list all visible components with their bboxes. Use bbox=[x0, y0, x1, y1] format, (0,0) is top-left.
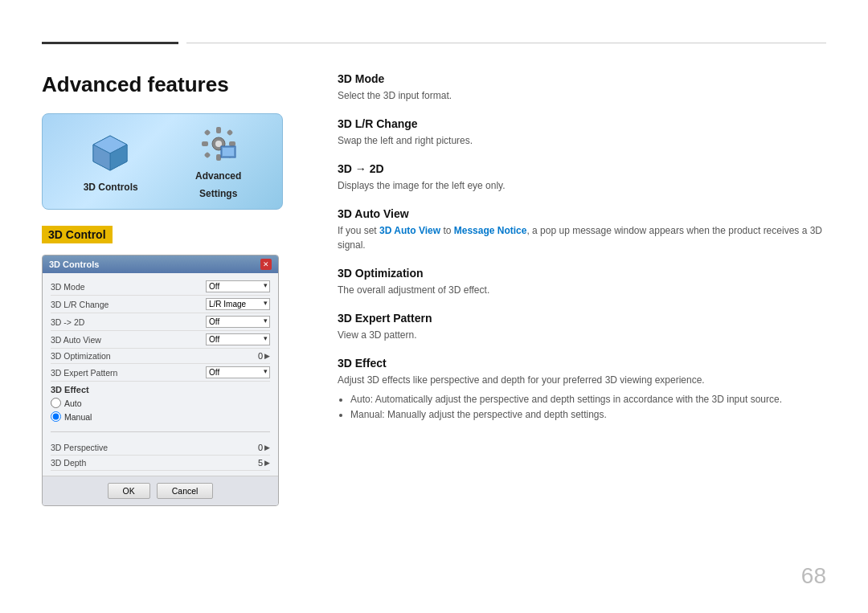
value-3d-expert: Off bbox=[206, 366, 270, 378]
dialog-ok-button[interactable]: OK bbox=[108, 483, 150, 499]
dialog-footer: OK Cancel bbox=[43, 476, 278, 505]
optimization-arrow[interactable]: ▶ bbox=[264, 352, 270, 360]
dialog-row-3d-mode: 3D Mode Off bbox=[51, 278, 270, 296]
radio-manual[interactable] bbox=[51, 411, 61, 422]
icon-label-advanced-settings-line2: Settings bbox=[199, 188, 237, 199]
feature-title-3d-effect: 3D Effect bbox=[338, 357, 826, 370]
label-3d-mode: 3D Mode bbox=[51, 282, 85, 292]
select-wrapper-3d-mode[interactable]: Off bbox=[206, 280, 270, 292]
dialog-close-button[interactable]: ✕ bbox=[260, 259, 272, 270]
feature-desc-3d-mode: Select the 3D input format. bbox=[338, 88, 826, 103]
select-3d-auto-view[interactable]: Off bbox=[206, 333, 270, 345]
label-3d-2d: 3D -> 2D bbox=[51, 317, 84, 327]
select-wrapper-3d-auto-view[interactable]: Off bbox=[206, 333, 270, 345]
icon-panel: 3D Controls bbox=[42, 113, 283, 210]
label-3d-depth: 3D Depth bbox=[51, 458, 86, 468]
svg-rect-7 bbox=[216, 154, 221, 161]
feature-desc-3d-effect: Adjust 3D effects like perspective and d… bbox=[338, 373, 826, 387]
feature-3d-effect: 3D Effect Adjust 3D effects like perspec… bbox=[338, 357, 826, 423]
select-wrapper-3d-expert[interactable]: Off bbox=[206, 366, 270, 378]
depth-arrow[interactable]: ▶ bbox=[264, 459, 270, 467]
top-line-short bbox=[42, 42, 178, 44]
value-3d-optimization: 0 ▶ bbox=[258, 351, 270, 361]
radio-auto[interactable] bbox=[51, 398, 61, 408]
dialog-row-3d-depth: 3D Depth 5 ▶ bbox=[51, 456, 270, 471]
value-3d-2d: Off bbox=[206, 316, 270, 328]
dialog-cancel-button[interactable]: Cancel bbox=[157, 483, 214, 499]
highlight-3d-auto-view: 3D Auto View bbox=[379, 225, 440, 236]
value-3d-depth: 5 ▶ bbox=[258, 458, 270, 468]
icon-item-advanced-settings: Advanced Settings bbox=[195, 124, 241, 199]
dialog-row-3d-expert: 3D Expert Pattern Off bbox=[51, 364, 270, 382]
radio-row-auto: Auto bbox=[51, 396, 270, 410]
dialog-row-3d-2d: 3D -> 2D Off bbox=[51, 313, 270, 331]
label-3d-expert: 3D Expert Pattern bbox=[51, 368, 117, 378]
page-title: Advanced features bbox=[42, 72, 299, 97]
feature-3d-optimization: 3D Optimization The overall adjustment o… bbox=[338, 267, 826, 297]
dialog-row-3d-lr: 3D L/R Change L/R Image bbox=[51, 296, 270, 313]
select-wrapper-3d-2d[interactable]: Off bbox=[206, 316, 270, 328]
feature-title-3d-optimization: 3D Optimization bbox=[338, 267, 826, 280]
dialog-body: 3D Mode Off 3D L/R Change bbox=[43, 273, 278, 476]
optimization-value: 0 bbox=[258, 351, 263, 361]
select-wrapper-3d-lr[interactable]: L/R Image bbox=[206, 298, 270, 310]
feature-desc-3d-optimization: The overall adjustment of 3D effect. bbox=[338, 283, 826, 297]
select-3d-2d[interactable]: Off bbox=[206, 316, 270, 328]
icon-label-3d-controls: 3D Controls bbox=[84, 182, 138, 193]
feature-title-3d-mode: 3D Mode bbox=[338, 72, 826, 85]
svg-rect-8 bbox=[202, 141, 208, 146]
right-column: 3D Mode Select the 3D input format. 3D L… bbox=[338, 72, 826, 437]
page-number: 68 bbox=[801, 563, 826, 589]
gear-icon bbox=[199, 124, 239, 164]
feature-title-3d-lr: 3D L/R Change bbox=[338, 117, 826, 130]
dialog-row-3d-optimization: 3D Optimization 0 ▶ bbox=[51, 349, 270, 364]
feature-3d-to-2d: 3D → 2D Displays the image for the left … bbox=[338, 162, 826, 193]
svg-rect-9 bbox=[229, 141, 235, 146]
label-3d-lr: 3D L/R Change bbox=[51, 300, 108, 309]
perspective-value: 0 bbox=[258, 443, 263, 452]
value-3d-perspective: 0 ▶ bbox=[258, 443, 270, 452]
perspective-arrow[interactable]: ▶ bbox=[264, 443, 270, 452]
select-3d-expert[interactable]: Off bbox=[206, 366, 270, 378]
value-3d-auto-view: Off bbox=[206, 333, 270, 345]
value-3d-mode: Off bbox=[206, 280, 270, 292]
feature-3d-auto-view: 3D Auto View If you set 3D Auto View to … bbox=[338, 207, 826, 252]
radio-manual-label: Manual bbox=[64, 412, 92, 422]
section-heading: 3D Control bbox=[42, 226, 113, 243]
dialog-row-3d-auto-view: 3D Auto View Off bbox=[51, 331, 270, 349]
feature-desc-3d-auto-view: If you set 3D Auto View to Message Notic… bbox=[338, 223, 826, 252]
top-line-long bbox=[186, 43, 826, 43]
feature-desc-3d-to-2d: Displays the image for the left eye only… bbox=[338, 178, 826, 193]
radio-auto-label: Auto bbox=[64, 398, 82, 408]
dialog-titlebar: 3D Controls ✕ bbox=[43, 255, 278, 273]
feature-title-3d-auto-view: 3D Auto View bbox=[338, 207, 826, 220]
value-3d-lr: L/R Image bbox=[206, 298, 270, 310]
feature-title-3d-expert: 3D Expert Pattern bbox=[338, 312, 826, 325]
select-3d-mode[interactable]: Off bbox=[206, 280, 270, 292]
page-container: Advanced features 3D Controls bbox=[0, 0, 868, 613]
svg-rect-10 bbox=[203, 129, 210, 136]
select-3d-lr[interactable]: L/R Image bbox=[206, 298, 270, 310]
feature-title-3d-to-2d: 3D → 2D bbox=[338, 162, 826, 175]
icon-label-advanced-settings-line1: Advanced bbox=[195, 170, 241, 182]
effect-section-label: 3D Effect bbox=[51, 382, 270, 396]
svg-rect-11 bbox=[226, 129, 232, 136]
icon-item-3d-controls: 3D Controls bbox=[84, 131, 138, 193]
feature-3d-mode: 3D Mode Select the 3D input format. bbox=[338, 72, 826, 103]
highlight-manual: Manual bbox=[350, 409, 382, 420]
feature-desc-3d-expert: View a 3D pattern. bbox=[338, 328, 826, 342]
effect-bullet-list: Auto: Automatically adjust the perspecti… bbox=[338, 392, 826, 423]
dialog-row-3d-perspective: 3D Perspective 0 ▶ bbox=[51, 440, 270, 456]
label-3d-perspective: 3D Perspective bbox=[51, 443, 108, 452]
divider bbox=[51, 431, 270, 432]
left-column: Advanced features 3D Controls bbox=[42, 72, 299, 506]
svg-rect-6 bbox=[216, 127, 221, 133]
feature-3d-lr: 3D L/R Change Swap the left and right pi… bbox=[338, 117, 826, 148]
dialog-title: 3D Controls bbox=[49, 260, 99, 269]
radio-row-manual: Manual bbox=[51, 410, 270, 423]
feature-desc-3d-lr: Swap the left and right pictures. bbox=[338, 133, 826, 148]
label-3d-optimization: 3D Optimization bbox=[51, 351, 111, 361]
feature-3d-expert: 3D Expert Pattern View a 3D pattern. bbox=[338, 312, 826, 342]
highlight-message-notice: Message Notice bbox=[454, 225, 527, 236]
svg-rect-12 bbox=[203, 152, 210, 158]
